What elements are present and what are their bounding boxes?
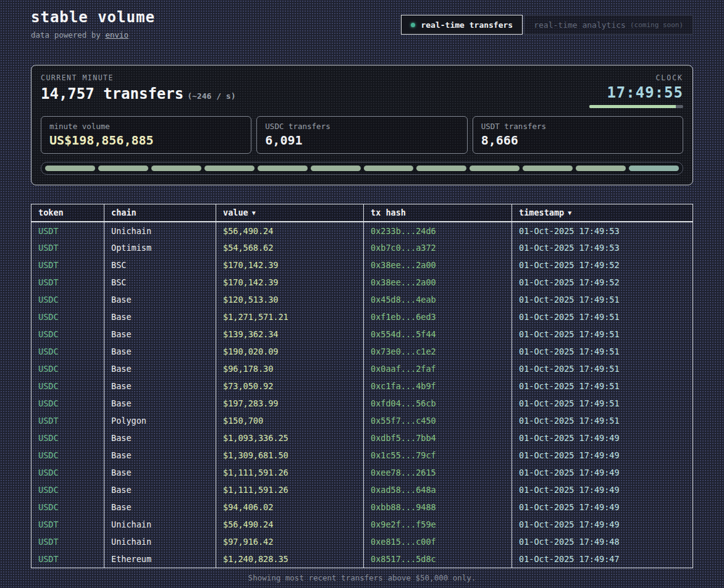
table-row: USDCBase$94,406.020xbb88...948801-Oct-20… (32, 498, 693, 516)
powered-by-text: data powered by (31, 30, 105, 40)
cell-token: USDC (32, 464, 104, 481)
cell-token: USDC (32, 447, 104, 464)
table-row: USDTEthereum$1,240,828.350x8517...5d8c01… (32, 550, 693, 568)
cell-timestamp: 01-Oct-2025 17:49:51 (512, 343, 693, 360)
table-row: USDCBase$1,111,591.260xee78...261501-Oct… (32, 464, 693, 481)
clock-progress-fill (589, 105, 676, 108)
stat-label: USDT transfers (481, 122, 675, 131)
cell-tx_hash[interactable]: 0xe815...c00f (364, 533, 512, 550)
cell-token: USDC (32, 308, 104, 326)
cell-timestamp: 01-Oct-2025 17:49:48 (512, 533, 693, 550)
cell-tx_hash[interactable]: 0xee78...2615 (364, 464, 512, 481)
col-header-tx-hash[interactable]: tx hash (364, 204, 512, 222)
cell-timestamp: 01-Oct-2025 17:49:47 (512, 550, 693, 568)
table-row: USDCBase$120,513.300x45d8...4eab01-Oct-2… (32, 291, 693, 308)
stat-label: minute volume (49, 122, 243, 131)
table-row: USDTBSC$170,142.390x38ee...2a0001-Oct-20… (32, 256, 693, 274)
cell-timestamp: 01-Oct-2025 17:49:51 (512, 291, 693, 308)
cell-value: $1,271,571.21 (216, 308, 364, 326)
col-header-chain[interactable]: chain (104, 204, 216, 222)
envio-link[interactable]: envio (105, 30, 128, 40)
coming-soon-note: (coming soon) (630, 21, 683, 29)
cell-tx_hash[interactable]: 0xad58...648a (364, 481, 512, 498)
cell-value: $56,490.24 (216, 516, 364, 533)
footer-note: Showing most recent transfers above $50,… (31, 573, 693, 582)
minute-segment (311, 166, 361, 171)
table-row: USDTOptimism$54,568.620xb7c0...a37201-Oc… (32, 239, 693, 256)
cell-tx_hash[interactable]: 0x0aaf...2faf (364, 360, 512, 377)
cell-chain: Optimism (104, 239, 216, 256)
cell-tx_hash[interactable]: 0x8517...5d8c (364, 550, 512, 568)
cell-token: USDT (32, 412, 104, 429)
cell-value: $1,111,591.26 (216, 464, 364, 481)
cell-chain: Base (104, 308, 216, 326)
cell-tx_hash[interactable]: 0x9e2f...f59e (364, 516, 512, 533)
cell-tx_hash[interactable]: 0xb7c0...a372 (364, 239, 512, 256)
cell-token: USDC (32, 291, 104, 308)
sort-desc-icon: ▼ (568, 209, 571, 216)
tab-real-time-analytics[interactable]: real-time analytics (coming soon) (524, 15, 693, 35)
page-header: stable volume data powered by envio real… (31, 0, 693, 65)
cell-chain: Unichain (104, 222, 216, 239)
table-row: USDCBase$190,020.090x73e0...c1e201-Oct-2… (32, 343, 693, 360)
cell-value: $120,513.30 (216, 291, 364, 308)
cell-tx_hash[interactable]: 0xdbf5...7bb4 (364, 429, 512, 447)
minute-segment (523, 166, 573, 171)
cell-chain: Base (104, 498, 216, 516)
cell-token: USDC (32, 498, 104, 516)
cell-timestamp: 01-Oct-2025 17:49:51 (512, 377, 693, 395)
cell-value: $150,700 (216, 412, 364, 429)
cell-token: USDT (32, 256, 104, 274)
cell-tx_hash[interactable]: 0x73e0...c1e2 (364, 343, 512, 360)
cell-tx_hash[interactable]: 0xf1eb...6ed3 (364, 308, 512, 326)
tab-real-time-transfers[interactable]: real-time transfers (401, 15, 523, 35)
stat-usdt-transfers: USDT transfers 8,666 (473, 116, 683, 154)
cell-tx_hash[interactable]: 0xc1fa...4b9f (364, 377, 512, 395)
cell-timestamp: 01-Oct-2025 17:49:53 (512, 239, 693, 256)
cell-tx_hash[interactable]: 0x233b...24d6 (364, 222, 512, 239)
cell-tx_hash[interactable]: 0x45d8...4eab (364, 291, 512, 308)
cell-timestamp: 01-Oct-2025 17:49:49 (512, 481, 693, 498)
cell-chain: Base (104, 343, 216, 360)
cell-token: USDT (32, 274, 104, 291)
cell-value: $190,020.09 (216, 343, 364, 360)
cell-timestamp: 01-Oct-2025 17:49:49 (512, 429, 693, 447)
col-header-timestamp[interactable]: timestamp▼ (512, 204, 693, 222)
minute-segment (45, 166, 95, 171)
cell-token: USDC (32, 395, 104, 412)
cell-tx_hash[interactable]: 0x38ee...2a00 (364, 256, 512, 274)
cell-tx_hash[interactable]: 0x38ee...2a00 (364, 274, 512, 291)
cell-tx_hash[interactable]: 0xbb88...9488 (364, 498, 512, 516)
col-header-value[interactable]: value▼ (216, 204, 364, 222)
stat-minute-volume: minute volume US$198,856,885 (41, 116, 251, 154)
table-row: USDTPolygon$150,7000x55f7...c45001-Oct-2… (32, 412, 693, 429)
cell-value: $94,406.02 (216, 498, 364, 516)
cell-timestamp: 01-Oct-2025 17:49:49 (512, 447, 693, 464)
cell-timestamp: 01-Oct-2025 17:49:53 (512, 222, 693, 239)
cell-token: USDC (32, 326, 104, 343)
cell-tx_hash[interactable]: 0x1c55...79cf (364, 447, 512, 464)
cell-chain: Base (104, 377, 216, 395)
cell-value: $1,309,681.50 (216, 447, 364, 464)
cell-chain: BSC (104, 274, 216, 291)
cell-token: USDT (32, 533, 104, 550)
table-row: USDCBase$1,309,681.500x1c55...79cf01-Oct… (32, 447, 693, 464)
cell-value: $139,362.34 (216, 326, 364, 343)
table-row: USDCBase$73,050.920xc1fa...4b9f01-Oct-20… (32, 377, 693, 395)
current-minute-panel: CURRENT MINUTE 14,757 transfers(~246 / s… (31, 65, 693, 185)
transfers-rate: (~246 / s) (187, 91, 235, 101)
cell-tx_hash[interactable]: 0x55f7...c450 (364, 412, 512, 429)
cell-tx_hash[interactable]: 0x554d...5f44 (364, 326, 512, 343)
clock-time: 17:49:55 (589, 84, 683, 101)
cell-token: USDC (32, 360, 104, 377)
transfers-table: token chain value▼ tx hash timestamp▼ US… (31, 204, 693, 568)
cell-chain: Base (104, 326, 216, 343)
current-minute-block: CURRENT MINUTE 14,757 transfers(~246 / s… (41, 74, 235, 103)
cell-token: USDT (32, 550, 104, 568)
table-row: USDTUnichain$56,490.240x233b...24d601-Oc… (32, 222, 693, 239)
minute-segment (151, 166, 201, 171)
cell-tx_hash[interactable]: 0xfd04...56cb (364, 395, 512, 412)
col-header-token[interactable]: token (32, 204, 104, 222)
stat-value: 8,666 (481, 133, 675, 148)
cell-chain: Base (104, 395, 216, 412)
